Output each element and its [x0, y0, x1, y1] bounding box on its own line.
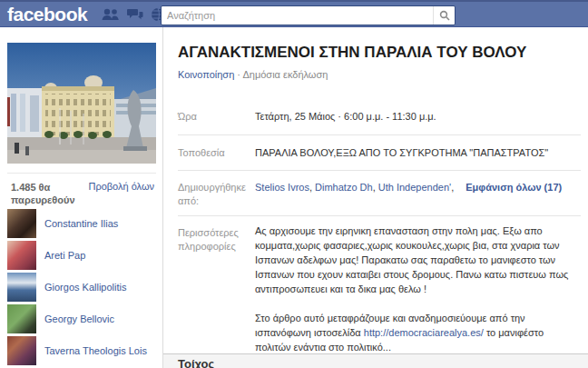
creator-link[interactable]: Stelios Ivros	[255, 182, 315, 193]
attendee-name-link[interactable]: Taverna Theologis Lois	[44, 345, 147, 356]
wall-section-header: Τοίχος	[163, 353, 588, 368]
creator-link[interactable]: Uth Independen'	[378, 182, 457, 193]
sidebar-divider	[162, 27, 163, 368]
row-divider	[178, 134, 581, 135]
attendee-name-link[interactable]: Areti Pap	[44, 250, 85, 261]
row-divider	[178, 215, 581, 216]
event-title: ΑΓΑΝΑΚΤΙΣΜΕΝΟΙ ΣΤΗΝ ΠΑΡΑΛΙΑ ΤΟΥ ΒΟΛΟΥ	[178, 44, 577, 62]
location-label: Τοποθεσία	[178, 146, 252, 160]
facebook-event-page: facebook	[0, 0, 588, 368]
row-divider	[178, 170, 581, 171]
avatar[interactable]	[7, 241, 36, 270]
attendee-row[interactable]: Taverna Theologis Lois	[7, 336, 162, 365]
created-by-value: Stelios IvrosDimhatzo DhUth Independen'Ε…	[255, 180, 575, 194]
attendee-name-link[interactable]: Georgy Bellovic	[44, 313, 114, 324]
attendee-name-link[interactable]: Constantine Ilias	[44, 218, 118, 229]
attending-count: 1.485 θα παρευρεθούν	[11, 181, 88, 206]
search-box	[161, 5, 456, 25]
more-info-label: Περισσότερες πληροφορίες	[178, 226, 252, 254]
photo-divider	[7, 173, 156, 174]
attendee-name-link[interactable]: Giorgos Kallipolitis	[44, 282, 126, 293]
wall-title: Τοίχος	[178, 357, 214, 368]
avatar[interactable]	[7, 304, 36, 333]
attendee-row[interactable]: Georgy Bellovic	[7, 304, 162, 333]
search-icon[interactable]	[433, 6, 455, 25]
share-link[interactable]: Κοινοποίηση	[178, 69, 234, 80]
event-type-label: Δημόσια εκδήλωση	[242, 69, 328, 80]
attendee-row[interactable]: Areti Pap	[7, 241, 162, 270]
friend-requests-icon[interactable]	[102, 7, 120, 22]
subline-separator: ·	[237, 69, 240, 80]
creator-link[interactable]: Dimhatzo Dh	[315, 182, 378, 193]
attendee-list: Constantine Ilias Areti Pap Giorgos Kall…	[7, 209, 162, 368]
show-all-creators-link[interactable]: Εμφάνιση όλων (17)	[466, 182, 562, 193]
messages-icon[interactable]	[127, 7, 143, 22]
more-info-paragraph-1: Ας αρχισουμε την ειρηνικη επανασταση στη…	[255, 224, 575, 296]
time-value: Τετάρτη, 25 Μάιος · 6:00 μ.μ. - 11:30 μ.…	[255, 109, 436, 124]
location-value: ΠΑΡΑΛΙΑ ΒΟΛΟΥ,ΕΞΩ ΑΠΟ ΤΟ ΣΥΓΚΡΟΤΗΜΑ "ΠΑΠ…	[255, 145, 548, 160]
more-info-text: Ας αρχισουμε την ειρηνικη επανασταση στη…	[255, 224, 575, 368]
attendee-row[interactable]: Giorgos Kallipolitis	[7, 273, 162, 302]
avatar[interactable]	[7, 209, 36, 238]
created-by-label: Δημιουργήθηκε από:	[178, 181, 252, 208]
time-label: Ώρα	[178, 110, 252, 124]
search-input[interactable]	[162, 7, 433, 24]
external-link[interactable]: http://democraciarealya.es/	[364, 327, 484, 338]
see-all-attendees-link[interactable]: Προβολή όλων	[88, 181, 154, 206]
more-info-paragraph-2: Στο άρθρο αυτό μεταφράζουμε και αναδημοσ…	[255, 311, 575, 354]
facebook-header: facebook	[0, 0, 588, 27]
avatar[interactable]	[7, 273, 36, 302]
facebook-logo[interactable]: facebook	[7, 3, 87, 26]
event-photo[interactable]	[7, 43, 156, 164]
attendee-row[interactable]: Constantine Ilias	[7, 209, 162, 238]
avatar[interactable]	[7, 336, 36, 365]
